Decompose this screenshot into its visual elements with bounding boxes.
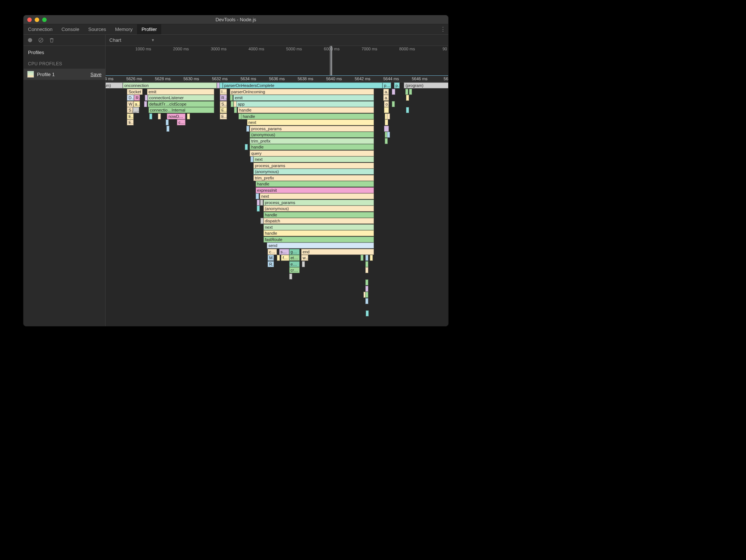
flame-bar[interactable]: M… [268, 255, 274, 261]
flame-bar[interactable]: process_params [253, 163, 374, 169]
flame-bar[interactable] [257, 206, 260, 212]
flame-bar[interactable]: handle [263, 212, 374, 218]
flame-bar[interactable] [187, 113, 190, 119]
view-mode-select[interactable]: Chart ▼ [109, 37, 155, 43]
flame-bar[interactable]: parserOnHeadersComplete [223, 82, 383, 88]
flame-bar[interactable]: en…g [289, 261, 300, 267]
flame-bar[interactable]: In…e [220, 89, 227, 95]
viewport-marker[interactable] [330, 46, 332, 75]
flame-bar[interactable]: query [250, 150, 374, 156]
flame-bar[interactable] [365, 279, 368, 285]
flame-bar[interactable]: _…r [133, 107, 139, 113]
flame-bar[interactable]: process_params [250, 126, 374, 132]
flame-bar[interactable] [289, 273, 292, 279]
flame-bar[interactable]: (anonymous) [253, 169, 374, 175]
flame-bar[interactable]: Ev…r [220, 107, 227, 113]
flame-bar[interactable]: (anonymous) [250, 132, 374, 138]
flame-bar[interactable]: set…et [279, 249, 289, 255]
flame-bar[interactable]: handle [250, 144, 374, 150]
flame-bar[interactable]: connectionListener [148, 95, 214, 101]
kebab-menu-icon[interactable]: ⋮ [438, 24, 448, 34]
flame-bar[interactable] [387, 113, 390, 119]
flame-bar[interactable]: a… [383, 89, 389, 95]
flame-bar[interactable] [256, 193, 259, 199]
flame-bar[interactable]: o… [384, 101, 389, 107]
flame-bar[interactable] [277, 255, 280, 261]
save-link[interactable]: Save [90, 72, 102, 77]
flame-bar[interactable]: connectio…Internal [149, 107, 214, 113]
flame-bar[interactable] [365, 255, 368, 261]
flame-bar[interactable]: cr…h [289, 267, 300, 273]
flame-bar[interactable]: handle [263, 230, 374, 236]
flame-bar[interactable]: S…m [220, 101, 227, 107]
zoom-icon[interactable] [42, 18, 47, 22]
flame-bar[interactable]: ge…ag [289, 249, 300, 255]
tab-sources[interactable]: Sources [84, 24, 110, 34]
flame-bar[interactable]: D… [127, 95, 134, 101]
flame-bar[interactable]: (anonymous) [263, 206, 374, 212]
flame-bar[interactable]: fastRoute [263, 237, 374, 243]
flame-bar[interactable]: handle [241, 113, 374, 119]
flame-bar[interactable]: trim_prefix [250, 138, 374, 144]
flame-bar[interactable]: (program) [404, 82, 448, 88]
flame-bar[interactable] [260, 200, 263, 206]
flame-bar[interactable]: E… [127, 113, 133, 119]
flame-bar[interactable]: expressInit [256, 187, 374, 193]
flame-bar[interactable]: (program) [106, 82, 123, 88]
flame-bar[interactable] [219, 82, 223, 88]
flame-bar[interactable] [385, 119, 388, 125]
flame-bar[interactable] [365, 267, 368, 273]
flame-bar[interactable] [387, 132, 390, 138]
flame-bar[interactable] [384, 126, 389, 132]
flame-bar[interactable] [166, 126, 169, 132]
flame-bar[interactable] [231, 101, 234, 107]
flame-bar[interactable]: R… [134, 95, 140, 101]
flame-bar[interactable] [149, 113, 152, 119]
flame-bar[interactable] [360, 255, 363, 261]
flame-bar[interactable]: Socket [127, 89, 143, 95]
flame-bar[interactable]: app [236, 101, 374, 107]
flame-bar[interactable] [385, 138, 388, 144]
clear-icon[interactable] [38, 37, 44, 43]
flame-bar[interactable]: a…r [134, 101, 140, 107]
flame-bar[interactable]: p… [394, 82, 400, 88]
flame-bar[interactable]: nowDate [167, 113, 185, 119]
flame-bar[interactable]: a… [383, 95, 389, 101]
flame-bar[interactable]: W… [127, 101, 133, 107]
flame-bar[interactable] [365, 292, 368, 298]
flame-bar[interactable] [144, 101, 147, 107]
flame-bar[interactable]: w… [301, 255, 308, 261]
flame-bar[interactable]: dispatch [263, 218, 374, 224]
flame-bar[interactable]: parserOnIncoming [230, 89, 374, 95]
flame-bar[interactable]: Ev…t [220, 113, 227, 119]
flame-bar[interactable]: E… [127, 119, 133, 125]
record-icon[interactable] [27, 37, 33, 43]
flame-bar[interactable] [365, 298, 368, 304]
flame-bar[interactable]: emit [233, 95, 374, 101]
flame-bar[interactable] [406, 107, 409, 113]
flame-bar[interactable]: next [253, 156, 374, 162]
flame-bar[interactable] [234, 107, 237, 113]
flame-bar[interactable]: process_params [263, 200, 374, 206]
flame-chart[interactable]: (program)onconnectionparserOnHeadersComp… [106, 82, 448, 326]
flame-bar[interactable] [370, 255, 373, 261]
flame-bar[interactable] [384, 107, 389, 113]
flame-bar[interactable] [392, 89, 396, 95]
flame-bar[interactable]: handle [238, 107, 374, 113]
flame-bar[interactable]: R…e [220, 95, 227, 101]
flame-bar[interactable]: pr…s [383, 82, 391, 88]
flame-bar[interactable]: trim_prefix [253, 175, 374, 181]
flame-bar[interactable]: end [301, 249, 374, 255]
flame-bar[interactable] [365, 261, 368, 267]
detail-ruler[interactable]: 5624 ms5626 ms5628 ms5630 ms5632 ms5634 … [106, 76, 448, 82]
flame-bar[interactable] [392, 101, 395, 107]
flame-bar[interactable] [245, 144, 248, 150]
flame-bar[interactable]: co…e [268, 249, 277, 255]
flame-bar[interactable] [405, 89, 408, 95]
flame-bar[interactable]: S… [127, 107, 132, 113]
flame-bar[interactable] [257, 200, 260, 206]
minimize-icon[interactable] [35, 18, 39, 22]
flame-bar[interactable]: R…] [268, 261, 274, 267]
flame-bar[interactable] [166, 119, 169, 125]
flame-bar[interactable] [406, 95, 409, 101]
